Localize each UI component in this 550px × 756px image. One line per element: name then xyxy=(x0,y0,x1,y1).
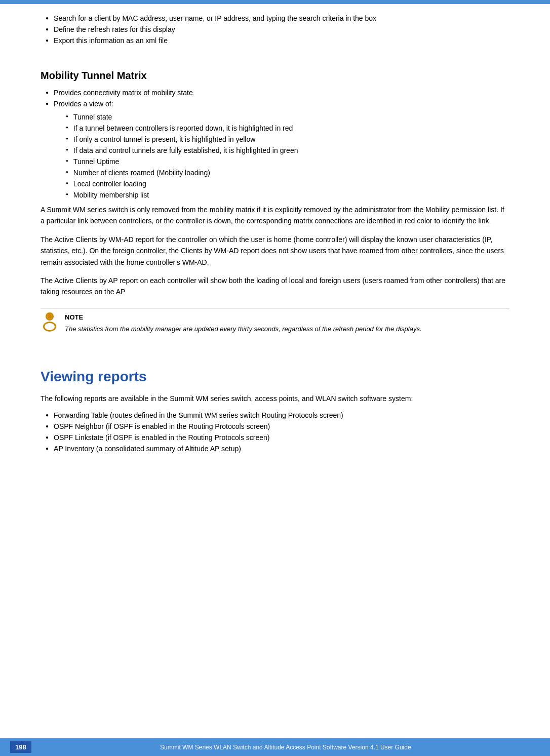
list-item-text: Mobility membership list xyxy=(73,191,149,199)
note-content: NOTE The statistics from the mobility ma… xyxy=(65,313,509,335)
list-item: Tunnel state xyxy=(61,113,509,121)
list-item: Mobility membership list xyxy=(61,191,509,199)
top-bar xyxy=(0,0,550,4)
mobility-paragraph-2: The Active Clients by WM-AD report for t… xyxy=(41,234,509,268)
list-item-text: Search for a client by MAC address, user… xyxy=(54,14,376,22)
list-item: Search for a client by MAC address, user… xyxy=(41,14,509,22)
mobility-tunnel-title: Mobility Tunnel Matrix xyxy=(41,70,509,82)
svg-point-3 xyxy=(45,323,55,330)
list-item: AP Inventory (a consolidated summary of … xyxy=(41,445,509,453)
svg-point-5 xyxy=(48,314,51,317)
list-item-text: OSPF Neighbor (if OSPF is enabled in the… xyxy=(54,422,270,430)
list-item: OSPF Linkstate (if OSPF is enabled in th… xyxy=(41,433,509,442)
mobility-paragraph-3: The Active Clients by AP report on each … xyxy=(41,275,509,298)
note-box: NOTE The statistics from the mobility ma… xyxy=(41,308,509,335)
note-text: The statistics from the mobility manager… xyxy=(65,324,509,335)
list-item: Tunnel Uptime xyxy=(61,157,509,166)
list-item: Local controller loading xyxy=(61,180,509,188)
list-item: Forwarding Table (routes defined in the … xyxy=(41,411,509,419)
viewing-reports-bullets: Forwarding Table (routes defined in the … xyxy=(41,411,509,453)
list-item: OSPF Neighbor (if OSPF is enabled in the… xyxy=(41,422,509,430)
list-item-text: Provides a view of: xyxy=(54,100,113,108)
intro-bullet-list: Search for a client by MAC address, user… xyxy=(41,14,509,45)
list-item: Export this information as an xml file xyxy=(41,36,509,45)
mobility-paragraph-1: A Summit WM series switch is only remove… xyxy=(41,204,509,227)
viewing-reports-paragraph: The following reports are available in t… xyxy=(41,393,509,404)
list-item-text: Local controller loading xyxy=(73,180,146,188)
list-item-text: Tunnel Uptime xyxy=(73,157,120,166)
footer-text: Summit WM Series WLAN Switch and Altitud… xyxy=(31,744,540,751)
note-icon xyxy=(41,311,59,335)
mobility-sub-bullets: Tunnel state If a tunnel between control… xyxy=(41,113,509,199)
footer-page-number: 198 xyxy=(10,741,31,753)
mobility-top-bullets: Provides connectivity matrix of mobility… xyxy=(41,89,509,108)
list-item-text: Define the refresh rates for this displa… xyxy=(54,25,175,33)
list-item: If a tunnel between controllers is repor… xyxy=(61,124,509,132)
list-item: Number of clients roamed (Mobility loadi… xyxy=(61,169,509,177)
list-item: If only a control tunnel is present, it … xyxy=(61,135,509,143)
list-item-text: If a tunnel between controllers is repor… xyxy=(73,124,293,132)
viewing-reports-title: Viewing reports xyxy=(41,369,509,385)
footer: 198 Summit WM Series WLAN Switch and Alt… xyxy=(0,738,550,756)
list-item-text: OSPF Linkstate (if OSPF is enabled in th… xyxy=(54,433,269,442)
list-item-text: If only a control tunnel is present, it … xyxy=(73,135,256,143)
list-item-text: Export this information as an xml file xyxy=(54,36,168,45)
list-item: Provides a view of: xyxy=(41,100,509,108)
main-content: Search for a client by MAC address, user… xyxy=(0,4,550,488)
list-item-text: AP Inventory (a consolidated summary of … xyxy=(54,445,241,453)
note-label: NOTE xyxy=(65,313,509,321)
list-item-text: Tunnel state xyxy=(73,113,112,121)
list-item: Define the refresh rates for this displa… xyxy=(41,25,509,33)
list-item-text: Number of clients roamed (Mobility loadi… xyxy=(73,169,210,177)
list-item: Provides connectivity matrix of mobility… xyxy=(41,89,509,97)
list-item-text: Provides connectivity matrix of mobility… xyxy=(54,89,193,97)
list-item: If data and control tunnels are fully es… xyxy=(61,146,509,154)
list-item-text: If data and control tunnels are fully es… xyxy=(73,146,298,154)
list-item-text: Forwarding Table (routes defined in the … xyxy=(54,411,343,419)
